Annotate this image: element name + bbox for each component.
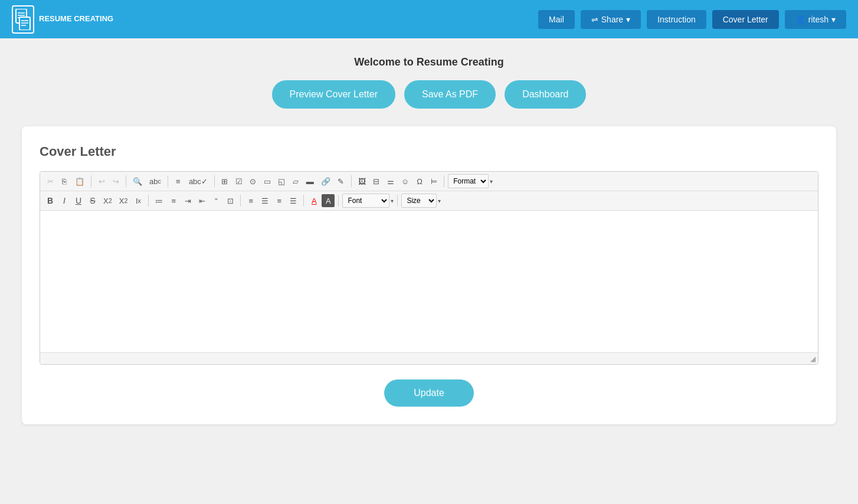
separator1 <box>91 175 91 187</box>
header: RESUME CREATING Mail ⇌ Share ▾ Instructi… <box>0 0 858 38</box>
underline-button[interactable]: U <box>72 194 85 207</box>
indent-button[interactable]: ⇥ <box>181 194 194 207</box>
checkbox-button[interactable]: ☑ <box>232 175 245 188</box>
font-color-button[interactable]: A <box>307 194 320 207</box>
size-select[interactable]: Size <box>401 194 437 208</box>
logo-area: RESUME CREATING <box>12 5 113 34</box>
spellcheck-button[interactable]: abc✓ <box>186 175 211 188</box>
frame-button[interactable]: ▭ <box>261 175 274 188</box>
separator2 <box>126 175 126 187</box>
blockquote2-button[interactable]: " <box>209 194 222 207</box>
toolbar-row2: B I U S X2 X2 Ix ≔ ≡ ⇥ ⇤ " ⊡ ≡ ☰ ≡ ☰ <box>40 191 818 211</box>
user-menu-button[interactable]: 👤 ritesh ▾ <box>785 10 846 29</box>
unordered-list-button[interactable]: ≡ <box>167 194 180 207</box>
separator10 <box>338 195 339 207</box>
special-char-button[interactable]: Ω <box>413 175 426 188</box>
link-button[interactable]: 🔗 <box>318 175 333 188</box>
emoji-button[interactable]: ☺ <box>398 175 412 188</box>
app-name: RESUME CREATING <box>39 14 113 24</box>
instruction-button[interactable]: Instruction <box>647 10 706 29</box>
align-center-button[interactable]: ☰ <box>258 194 271 207</box>
clear-format-button[interactable]: Ix <box>132 194 145 207</box>
editor-wrapper: ✂ ⎘ 📋 ↩ ↪ 🔍 abc ≡ abc✓ ⊞ ☑ ⊙ ▭ ◱ ▱ ▬ <box>40 171 818 365</box>
share-button[interactable]: ⇌ Share ▾ <box>581 10 641 29</box>
user-dropdown-icon: ▾ <box>831 15 836 24</box>
separator6 <box>444 175 444 187</box>
main-content: Welcome to Resume Creating Preview Cover… <box>0 38 858 442</box>
share-icon: ⇌ <box>591 15 598 24</box>
italic-button[interactable]: I <box>58 194 71 207</box>
align-left-button[interactable]: ≡ <box>244 194 257 207</box>
cover-letter-nav-button[interactable]: Cover Letter <box>712 10 779 29</box>
undo-button[interactable]: ↩ <box>95 175 108 188</box>
separator3 <box>168 175 168 187</box>
edit-button[interactable]: ✎ <box>335 175 348 188</box>
blockquote-button[interactable]: ≡ <box>172 175 185 188</box>
preview-cover-letter-button[interactable]: Preview Cover Letter <box>272 80 395 109</box>
redo-button[interactable]: ↪ <box>109 175 122 188</box>
bold-button[interactable]: B <box>44 194 57 207</box>
insert-hr-button[interactable]: ⚌ <box>384 175 397 188</box>
paste-button[interactable]: 📋 <box>72 175 87 188</box>
logo-icon <box>12 5 34 34</box>
svg-rect-4 <box>19 17 30 30</box>
format-select[interactable]: Format <box>448 174 489 188</box>
cover-letter-title: Cover Letter <box>40 144 818 159</box>
font-select[interactable]: Font <box>342 194 389 208</box>
replace-button[interactable]: abc <box>146 175 164 188</box>
update-button[interactable]: Update <box>384 379 474 407</box>
div-button[interactable]: ⊡ <box>224 194 237 207</box>
save-as-pdf-button[interactable]: Save As PDF <box>404 80 496 109</box>
font-chevron: ▾ <box>391 198 394 204</box>
radio-button[interactable]: ⊙ <box>247 175 260 188</box>
cover-letter-card: Cover Letter ✂ ⎘ 📋 ↩ ↪ 🔍 abc ≡ abc✓ ⊞ ☑ <box>22 126 836 424</box>
bg-color-button[interactable]: A <box>322 194 335 207</box>
insert-table2-button[interactable]: ⊟ <box>370 175 383 188</box>
subscript-button[interactable]: X2 <box>100 194 115 207</box>
outdent-button[interactable]: ⇤ <box>195 194 208 207</box>
editor-body[interactable] <box>40 211 818 352</box>
ordered-list-button[interactable]: ≔ <box>152 194 166 207</box>
separator7 <box>148 195 149 207</box>
insert-image-button[interactable]: 🖼 <box>355 175 369 188</box>
share-dropdown-icon: ▾ <box>626 15 630 24</box>
window-button[interactable]: ◱ <box>275 175 288 188</box>
mail-button[interactable]: Mail <box>538 10 575 29</box>
size-chevron: ▾ <box>438 198 441 204</box>
format-dropdown-group: Format ▾ <box>448 174 493 188</box>
separator9 <box>303 195 304 207</box>
resize-handle: ◢ <box>810 355 816 363</box>
editor-statusbar: ◢ <box>40 352 818 364</box>
separator11 <box>397 195 398 207</box>
code-button[interactable]: ⊨ <box>427 175 440 188</box>
separator4 <box>214 175 215 187</box>
separator5 <box>351 175 352 187</box>
find-button[interactable]: 🔍 <box>130 175 145 188</box>
film-button[interactable]: ▱ <box>289 175 302 188</box>
user-icon: 👤 <box>795 15 805 24</box>
size-dropdown-group: Size ▾ <box>401 194 441 208</box>
welcome-title: Welcome to Resume Creating <box>354 56 504 68</box>
insert-table-button[interactable]: ⊞ <box>218 175 231 188</box>
user-name: ritesh <box>808 15 828 24</box>
cut-button[interactable]: ✂ <box>44 175 57 188</box>
strikethrough-button[interactable]: S <box>86 194 99 207</box>
superscript-button[interactable]: X2 <box>116 194 131 207</box>
justify-button[interactable]: ☰ <box>287 194 300 207</box>
separator8 <box>240 195 241 207</box>
font-dropdown-group: Font ▾ <box>342 194 394 208</box>
black-rect-button[interactable]: ▬ <box>303 175 317 188</box>
header-nav: Mail ⇌ Share ▾ Instruction Cover Letter … <box>538 10 846 29</box>
align-right-button[interactable]: ≡ <box>273 194 286 207</box>
action-buttons: Preview Cover Letter Save As PDF Dashboa… <box>272 80 587 109</box>
dashboard-button[interactable]: Dashboard <box>505 80 586 109</box>
copy-button[interactable]: ⎘ <box>58 175 71 188</box>
toolbar-row1: ✂ ⎘ 📋 ↩ ↪ 🔍 abc ≡ abc✓ ⊞ ☑ ⊙ ▭ ◱ ▱ ▬ <box>40 172 818 191</box>
format-chevron: ▾ <box>490 178 493 185</box>
share-label: Share <box>601 15 623 24</box>
